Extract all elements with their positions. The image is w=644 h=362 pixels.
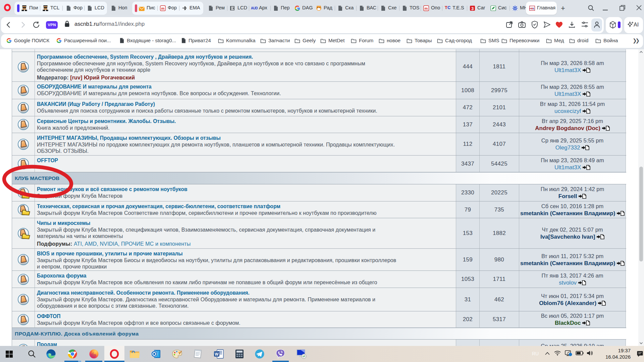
svg-text:W: W — [215, 352, 219, 357]
svg-text:1: 1 — [533, 7, 534, 10]
svg-text:m: m — [425, 6, 428, 10]
svg-text:3: 3 — [471, 6, 474, 11]
svg-text:m: m — [161, 6, 165, 10]
